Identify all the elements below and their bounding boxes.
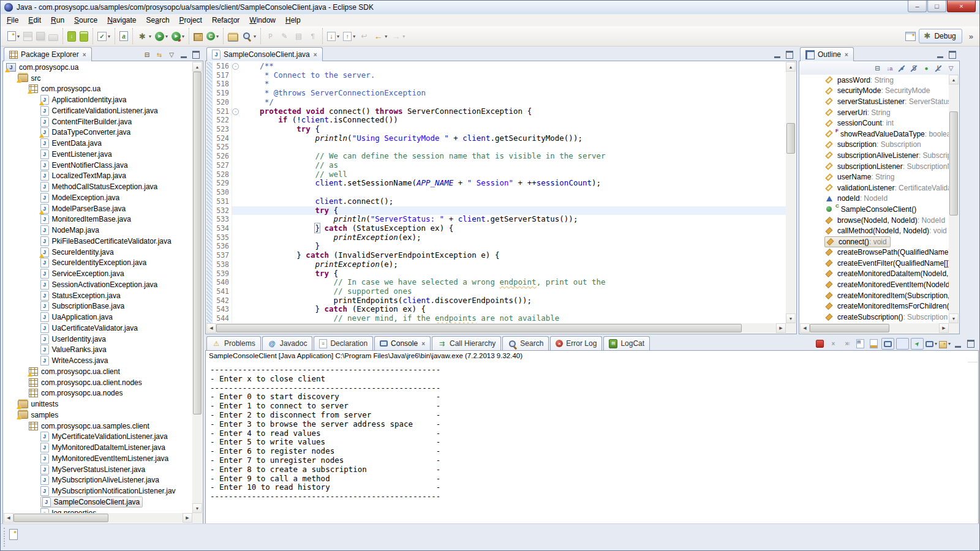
tree-item[interactable]: samples	[4, 410, 192, 421]
tab-call-hierarchy[interactable]: ⇉Call Hierarchy	[432, 336, 501, 350]
tree-item[interactable]: JServiceException.java	[4, 268, 192, 279]
code-line[interactable]: try {	[232, 269, 786, 279]
remove-all-launches-button[interactable]: ×	[841, 339, 853, 349]
tree-item[interactable]: JUserIdentity.java	[4, 334, 192, 345]
debug-dropdown[interactable]: ▾	[149, 34, 151, 39]
new-java-package-button[interactable]: ✦	[192, 30, 204, 42]
code-line[interactable]: client.setSessionName(APP_NAME + " Sessi…	[232, 179, 786, 188]
package-explorer-vscroll-up[interactable]: ▲	[192, 62, 202, 72]
fold-collapse-icon[interactable]: -	[232, 63, 239, 70]
outline-item[interactable]: callMethod(NodeId, NodeId) : void	[800, 225, 949, 236]
package-explorer-link-with-editor-button[interactable]: ⇆	[154, 50, 165, 59]
tab-search[interactable]: Search	[502, 336, 549, 350]
outline-item[interactable]: createMonitoredDataItem(NodeId, Unsigned…	[800, 269, 949, 280]
code-line[interactable]: *	[232, 80, 786, 89]
open-console-button[interactable]: ✦▾	[939, 339, 951, 349]
code-line[interactable]: try {	[232, 206, 786, 216]
code-line[interactable]: - protected void connect() throws Server…	[232, 107, 786, 116]
outline-item[interactable]: sessionCount : int	[800, 118, 949, 129]
tree-item[interactable]: JEventData.java	[4, 138, 192, 149]
outline-minimize-button[interactable]	[935, 50, 946, 59]
outline-maximize-button[interactable]	[947, 50, 958, 59]
tree-item[interactable]: JContentFilterBuilder.java	[4, 116, 192, 127]
code-line[interactable]	[232, 188, 786, 197]
run-secure-button[interactable]: ▶▾	[170, 31, 186, 42]
tree-item[interactable]: JSubscriptionBase.java	[4, 301, 192, 312]
package-explorer-maximize-button[interactable]	[190, 50, 202, 59]
outline-item[interactable]: createBrowsePath(QualifiedName) : Qualif…	[800, 247, 949, 258]
tree-item[interactable]: JSecureIdentity.java	[4, 247, 192, 258]
outline-item[interactable]: createMonitoredEventItem(NodeId) : Monit…	[800, 279, 949, 290]
outline-item[interactable]: createSubscription() : Subscription	[800, 312, 949, 323]
open-perspective-icon[interactable]: ✦	[905, 32, 916, 41]
outline-vscroll[interactable]: ▲▼	[949, 75, 959, 323]
run-last-tool-dropdown[interactable]: ▾	[108, 34, 110, 39]
outline-hide-non-public-members-button[interactable]: ●	[921, 64, 932, 73]
code-line[interactable]: try {	[232, 125, 786, 134]
tab-javadoc[interactable]: @Javadoc	[262, 336, 313, 350]
menu-help[interactable]: Help	[281, 15, 306, 26]
tree-item[interactable]: JDataTypeConverter.java	[4, 127, 192, 138]
back-button[interactable]: ←▾	[372, 30, 388, 43]
tree-item[interactable]: JMethodCallStatusException.java	[4, 181, 192, 192]
outline-item[interactable]: securityMode : SecurityMode	[800, 86, 949, 97]
outline-item[interactable]: createEventFilter(QualifiedName[]) : Eve…	[800, 258, 949, 269]
tree-item[interactable]: JMyServerStatusListener.java	[4, 464, 192, 475]
editor-hscroll-thumb[interactable]	[216, 324, 742, 332]
tree-item[interactable]: JSecureIdentityException.java	[4, 258, 192, 269]
close-editor-icon[interactable]: ×	[314, 51, 317, 58]
menu-source[interactable]: Source	[69, 15, 102, 26]
back-dropdown[interactable]: ▾	[385, 34, 387, 39]
tree-item[interactable]: JPkiFileBasedCertificateValidator.java	[4, 236, 192, 247]
outline-item[interactable]: passWord : String	[800, 75, 949, 86]
search-dropdown[interactable]: ▾	[254, 34, 256, 39]
close-view-icon[interactable]: ×	[845, 51, 848, 58]
code-line[interactable]: // never mind, if the endpoints are not …	[232, 314, 786, 323]
display-selected-console-button[interactable]: ▾	[925, 339, 937, 349]
code-line[interactable]: * @throws ServerConnectionException	[232, 89, 786, 98]
menu-project[interactable]: Project	[175, 15, 207, 26]
outline-item[interactable]: validationListener : CertificateValidati…	[800, 182, 949, 193]
package-explorer-hscroll-left[interactable]: ◀	[4, 513, 13, 523]
outline-item[interactable]: userName : String	[800, 171, 949, 182]
code-line[interactable]: printException(e);	[232, 260, 786, 269]
package-explorer-collapse-all-button[interactable]: ⊟	[141, 50, 153, 59]
code-area[interactable]: 5165175185195205215225235245255265275285…	[206, 62, 786, 323]
tree-item[interactable]: JCertificateValidationListener.java	[4, 105, 192, 116]
trim-drag-handle[interactable]	[4, 528, 7, 547]
close-view-icon[interactable]: ×	[83, 51, 86, 58]
console-output[interactable]: ----------------------------------------…	[206, 362, 968, 513]
pin-console-button[interactable]: ➤	[911, 338, 924, 350]
tree-item[interactable]: JApplicationIdentity.java	[4, 94, 192, 105]
menu-search[interactable]: Search	[141, 15, 175, 26]
tree-item[interactable]: JUaCertificateValidator.java	[4, 323, 192, 334]
new-wizard-button[interactable]: ✦▾	[6, 30, 21, 42]
previous-annotation-button[interactable]: ↑▾	[342, 31, 356, 42]
next-annotation-dropdown[interactable]: ▾	[337, 34, 339, 39]
tab-problems[interactable]: ⚠Problems	[206, 336, 261, 350]
code-line[interactable]: // as	[232, 161, 786, 170]
android-device-manager-button[interactable]	[78, 30, 89, 43]
tab-logcat[interactable]: ▤LogCat	[603, 336, 650, 350]
editor-hscroll[interactable]: ◀▶	[206, 323, 786, 333]
run-button[interactable]: ▶▾	[154, 31, 169, 42]
package-explorer-vscroll-down[interactable]: ▼	[192, 503, 202, 513]
remove-launch-button[interactable]: ×	[827, 339, 839, 349]
outline-item[interactable]: serverStatusListener : ServerStatusListe…	[800, 96, 949, 107]
console-minimize-button[interactable]	[952, 339, 963, 349]
tree-item[interactable]: JUaApplication.java	[4, 312, 192, 323]
package-explorer-vscroll[interactable]: ▲▼	[192, 62, 202, 513]
code-line[interactable]: // We can define the session name that i…	[232, 152, 786, 161]
tree-item[interactable]: JLocalizedTextMap.java	[4, 171, 192, 182]
outline-vscroll-up[interactable]: ▲	[949, 75, 959, 84]
code-line[interactable]: println("Using SecurityMode " + client.g…	[232, 134, 786, 143]
outline-item[interactable]: subscriptionAliveListener : Subscription…	[800, 150, 949, 161]
tree-item[interactable]: JMyMonitoredDataItemListener.java	[4, 442, 192, 453]
code-line[interactable]: printEndpoints(client.discoverEndpoints(…	[232, 296, 786, 305]
editor-minimize-button[interactable]	[772, 50, 783, 59]
new-android-project-button[interactable]: a	[118, 30, 129, 42]
tree-item[interactable]: com.prosysopc.ua	[4, 84, 192, 95]
tab-console[interactable]: Console×	[374, 336, 431, 350]
outline-hscroll-thumb[interactable]	[810, 324, 889, 332]
console-maximize-button[interactable]	[965, 339, 976, 349]
